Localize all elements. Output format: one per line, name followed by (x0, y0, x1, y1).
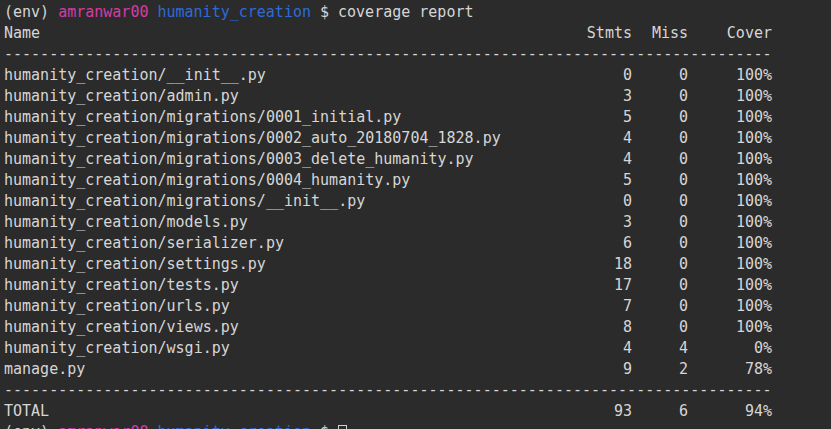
miss-value: 0 (632, 170, 688, 191)
miss-value: 0 (632, 65, 688, 86)
file-name: humanity_creation/migrations/0002_auto_2… (4, 128, 562, 149)
stmts-value: 4 (562, 149, 632, 170)
stmts-value: 5 (562, 170, 632, 191)
coverage-table-body: humanity_creation/__init__.py 0 0 100% h… (4, 65, 772, 380)
cover-value: 100% (688, 275, 772, 296)
file-name: humanity_creation/urls.py (4, 296, 562, 317)
header-cover: Cover (688, 23, 772, 44)
miss-value: 0 (632, 233, 688, 254)
miss-value: 0 (632, 212, 688, 233)
prompt-username: amranwar00 (58, 422, 148, 429)
prompt-username: amranwar00 (58, 2, 148, 23)
prompt-dollar-sign: $ (320, 2, 329, 23)
cover-value: 0% (688, 338, 772, 359)
file-name: humanity_creation/views.py (4, 317, 562, 338)
miss-value: 0 (632, 296, 688, 317)
file-name: humanity_creation/migrations/0004_humani… (4, 170, 562, 191)
stmts-value: 17 (562, 275, 632, 296)
prompt-line: (env) amranwar00 humanity_creation $ cov… (4, 2, 772, 23)
total-stmts: 93 (562, 401, 632, 422)
cover-value: 100% (688, 296, 772, 317)
venv-indicator: (env) (4, 2, 49, 23)
header-stmts: Stmts (562, 23, 632, 44)
header-name: Name (4, 23, 562, 44)
stmts-value: 5 (562, 107, 632, 128)
miss-value: 0 (632, 317, 688, 338)
miss-value: 0 (632, 254, 688, 275)
cover-value: 100% (688, 191, 772, 212)
miss-value: 0 (632, 149, 688, 170)
miss-value: 0 (632, 107, 688, 128)
header-miss: Miss (632, 23, 688, 44)
table-row: humanity_creation/urls.py 7 0 100% (4, 296, 772, 317)
miss-value: 2 (632, 359, 688, 380)
cover-value: 100% (688, 107, 772, 128)
table-header-row: Name Stmts Miss Cover (4, 23, 772, 44)
table-row: humanity_creation/tests.py 17 0 100% (4, 275, 772, 296)
prompt-dollar-sign: $ (320, 422, 329, 429)
cover-value: 100% (688, 212, 772, 233)
table-row: humanity_creation/models.py 3 0 100% (4, 212, 772, 233)
stmts-value: 8 (562, 317, 632, 338)
stmts-value: 3 (562, 86, 632, 107)
stmts-value: 0 (562, 65, 632, 86)
stmts-value: 0 (562, 191, 632, 212)
terminal-cursor (338, 425, 347, 429)
prompt-directory: humanity_creation (157, 2, 311, 23)
table-row: humanity_creation/__init__.py 0 0 100% (4, 65, 772, 86)
cover-value: 100% (688, 170, 772, 191)
cover-value: 100% (688, 128, 772, 149)
table-row: humanity_creation/migrations/0003_delete… (4, 149, 772, 170)
prompt-directory: humanity_creation (157, 422, 311, 429)
stmts-value: 3 (562, 212, 632, 233)
file-name: humanity_creation/migrations/__init__.py (4, 191, 562, 212)
cover-value: 78% (688, 359, 772, 380)
bottom-prompt-line: (env) amranwar00 humanity_creation $ (4, 422, 772, 429)
command-text: coverage report (338, 2, 473, 23)
separator-top: ----------------------------------------… (4, 44, 772, 65)
table-row: humanity_creation/migrations/0002_auto_2… (4, 128, 772, 149)
stmts-value: 4 (562, 128, 632, 149)
table-row: humanity_creation/views.py 8 0 100% (4, 317, 772, 338)
file-name: humanity_creation/settings.py (4, 254, 562, 275)
stmts-value: 7 (562, 296, 632, 317)
terminal-window[interactable]: (env) amranwar00 humanity_creation $ cov… (0, 0, 831, 429)
table-row: humanity_creation/migrations/0004_humani… (4, 170, 772, 191)
file-name: humanity_creation/migrations/0001_initia… (4, 107, 562, 128)
file-name: humanity_creation/serializer.py (4, 233, 562, 254)
file-name: humanity_creation/__init__.py (4, 65, 562, 86)
file-name: humanity_creation/migrations/0003_delete… (4, 149, 562, 170)
miss-value: 4 (632, 338, 688, 359)
venv-indicator: (env) (4, 422, 49, 429)
table-row: humanity_creation/migrations/0001_initia… (4, 107, 772, 128)
cover-value: 100% (688, 254, 772, 275)
miss-value: 0 (632, 128, 688, 149)
cover-value: 100% (688, 86, 772, 107)
total-cover: 94% (688, 401, 772, 422)
cover-value: 100% (688, 233, 772, 254)
table-row: humanity_creation/admin.py 3 0 100% (4, 86, 772, 107)
cover-value: 100% (688, 149, 772, 170)
table-row: humanity_creation/wsgi.py 4 4 0% (4, 338, 772, 359)
stmts-value: 18 (562, 254, 632, 275)
total-row: TOTAL 93 6 94% (4, 401, 772, 422)
separator-bottom: ----------------------------------------… (4, 380, 772, 401)
stmts-value: 9 (562, 359, 632, 380)
stmts-value: 6 (562, 233, 632, 254)
file-name: humanity_creation/tests.py (4, 275, 562, 296)
miss-value: 0 (632, 275, 688, 296)
cover-value: 100% (688, 65, 772, 86)
file-name: humanity_creation/admin.py (4, 86, 562, 107)
cover-value: 100% (688, 317, 772, 338)
table-row: humanity_creation/settings.py 18 0 100% (4, 254, 772, 275)
table-row: manage.py 9 2 78% (4, 359, 772, 380)
total-label: TOTAL (4, 401, 562, 422)
table-row: humanity_creation/migrations/__init__.py… (4, 191, 772, 212)
file-name: humanity_creation/wsgi.py (4, 338, 562, 359)
stmts-value: 4 (562, 338, 632, 359)
miss-value: 0 (632, 191, 688, 212)
file-name: humanity_creation/models.py (4, 212, 562, 233)
miss-value: 0 (632, 86, 688, 107)
file-name: manage.py (4, 359, 562, 380)
table-row: humanity_creation/serializer.py 6 0 100% (4, 233, 772, 254)
